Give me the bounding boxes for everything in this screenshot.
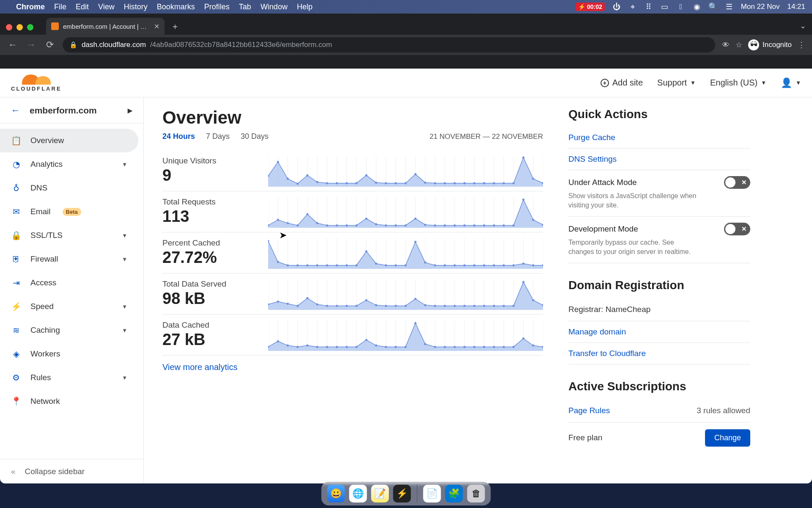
fullscreen-window-button[interactable]	[27, 24, 33, 30]
bluetooth-icon[interactable]: ⌖	[628, 3, 637, 11]
svg-point-47	[444, 182, 446, 184]
menu-view[interactable]: View	[98, 3, 115, 11]
battery-text: 00:02	[587, 3, 602, 10]
sidebar-item-access[interactable]: ⇥ Access	[0, 271, 138, 295]
domain-reg-title: Domain Registration	[568, 279, 750, 292]
transfer-cloudflare-link[interactable]: Transfer to Cloudflare	[568, 343, 750, 364]
incognito-icon: 🕶	[748, 39, 759, 50]
svg-point-271	[365, 339, 368, 341]
forward-button[interactable]: →	[25, 39, 37, 51]
view-more-analytics-link[interactable]: View more analytics	[162, 362, 237, 372]
dock-notes[interactable]: 📝	[371, 485, 389, 502]
svg-point-227	[503, 305, 505, 307]
add-site-button[interactable]: +Add site	[601, 78, 643, 88]
svg-point-163	[444, 264, 446, 266]
power-icon[interactable]: ⏻	[612, 3, 621, 11]
svg-point-268	[336, 346, 338, 348]
range-30d[interactable]: 30 Days	[241, 132, 269, 141]
language-dropdown[interactable]: English (US)▼	[710, 78, 766, 88]
svg-point-158	[395, 264, 397, 266]
menu-bookmarks[interactable]: Bookmarks	[157, 3, 195, 11]
dock-trash[interactable]: 🗑	[467, 485, 485, 502]
svg-point-162	[434, 264, 436, 266]
dock-pages[interactable]: 📄	[423, 485, 441, 502]
under-attack-desc: Show visitors a JavaScript challenge whe…	[568, 191, 700, 210]
close-window-button[interactable]	[6, 24, 12, 30]
dock-chrome[interactable]: 🌐	[349, 485, 367, 502]
svg-point-46	[434, 182, 436, 184]
beta-badge: Beta	[63, 208, 81, 216]
svg-point-109	[483, 224, 485, 226]
menu-history[interactable]: History	[124, 3, 148, 11]
incognito-badge[interactable]: 🕶Incognito	[748, 39, 792, 50]
tab-overflow-icon[interactable]: ⌄	[800, 21, 806, 30]
dock-finder[interactable]: 😀	[327, 485, 345, 502]
eye-off-icon[interactable]: 👁	[722, 41, 730, 50]
sidebar-item-rules[interactable]: ⚙ Rules ▼	[0, 366, 138, 389]
change-plan-button[interactable]: Change	[705, 429, 750, 447]
close-tab-icon[interactable]: ✕	[154, 22, 159, 30]
svg-point-281	[464, 346, 466, 348]
manage-domain-link[interactable]: Manage domain	[568, 321, 750, 343]
menu-edit[interactable]: Edit	[76, 3, 89, 11]
overflow-menu-icon[interactable]: ⋮	[798, 40, 805, 50]
menubar-date[interactable]: Mon 22 Nov	[741, 3, 780, 11]
svg-point-225	[483, 305, 485, 307]
back-button[interactable]: ←	[7, 39, 19, 51]
svg-point-264	[296, 346, 299, 348]
svg-point-41	[385, 182, 387, 184]
dev-mode-toggle[interactable]: ✕	[724, 223, 750, 235]
menubar-app[interactable]: Chrome	[16, 3, 45, 11]
sidebar-item-firewall[interactable]: ⛨ Firewall ▼	[0, 247, 138, 271]
sidebar-item-ssltls[interactable]: 🔒 SSL/TLS ▼	[0, 224, 138, 247]
cloudflare-logo[interactable]: CLOUDFLARE	[11, 74, 62, 92]
menu-tab[interactable]: Tab	[239, 3, 251, 11]
battery-status[interactable]: ⚡00:02	[576, 3, 605, 11]
menubar-time[interactable]: 14:21	[787, 3, 805, 11]
sidebar-item-analytics[interactable]: ◔ Analytics ▼	[0, 152, 138, 176]
collapse-sidebar-button[interactable]: « Collapse sidebar	[0, 459, 143, 483]
site-selector[interactable]: ← emberform.com ▶	[0, 97, 143, 124]
minimize-window-button[interactable]	[16, 24, 23, 30]
svg-point-286	[513, 346, 515, 348]
page-rules-row[interactable]: Page Rules 3 rules allowed	[568, 399, 750, 422]
svg-point-88	[277, 219, 279, 221]
sidebar-item-caching[interactable]: ≋ Caching ▼	[0, 318, 138, 342]
svg-point-278	[434, 346, 436, 348]
dots-icon[interactable]: ⠿	[645, 3, 653, 11]
range-7d[interactable]: 7 Days	[206, 132, 230, 141]
svg-point-229	[522, 281, 524, 283]
menu-window[interactable]: Window	[261, 3, 288, 11]
sidebar-item-workers[interactable]: ◈ Workers	[0, 342, 138, 366]
purge-cache-link[interactable]: Purge Cache	[568, 127, 750, 149]
sidebar-item-overview[interactable]: 📋 Overview	[0, 129, 138, 152]
menu-profiles[interactable]: Profiles	[204, 3, 230, 11]
window-controls	[6, 24, 33, 30]
new-tab-button[interactable]: ＋	[169, 20, 181, 33]
under-attack-toggle[interactable]: ✕	[724, 176, 750, 189]
control-center-icon[interactable]: ◉	[693, 3, 701, 11]
sidebar-item-speed[interactable]: ⚡ Speed ▼	[0, 295, 138, 318]
url-input[interactable]: 🔒 dash.cloudflare.com/4ab9ad0876532cb78a…	[63, 37, 715, 52]
dock-vscode[interactable]: 🧩	[445, 485, 463, 502]
sidebar-item-network[interactable]: 📍 Network	[0, 389, 138, 413]
svg-point-152	[336, 264, 338, 266]
back-arrow-icon[interactable]: ←	[11, 105, 20, 116]
dns-settings-link[interactable]: DNS Settings	[568, 149, 750, 170]
sidebar-item-dns[interactable]: ♁ DNS	[0, 176, 138, 200]
wifi-icon[interactable]: 􀙇	[677, 3, 685, 11]
browser-tab[interactable]: emberform.com | Account | Clo ✕	[46, 18, 165, 35]
range-24h[interactable]: 24 Hours	[162, 132, 195, 141]
account-dropdown[interactable]: 👤▼	[781, 77, 801, 88]
dock-terminal[interactable]: ⚡	[393, 485, 411, 502]
bookmark-star-icon[interactable]: ☆	[735, 40, 742, 50]
plan-row: Free plan Change	[568, 422, 750, 453]
siri-icon[interactable]: ☰	[725, 3, 733, 11]
sidebar-item-email[interactable]: ✉ Email Beta	[0, 200, 138, 224]
battery-icon[interactable]: ▭	[661, 3, 669, 11]
menu-file[interactable]: File	[54, 3, 66, 11]
menu-help[interactable]: Help	[297, 3, 313, 11]
spotlight-icon[interactable]: 🔍	[709, 3, 717, 11]
support-dropdown[interactable]: Support▼	[657, 78, 696, 88]
reload-button[interactable]: ⟳	[44, 39, 56, 51]
